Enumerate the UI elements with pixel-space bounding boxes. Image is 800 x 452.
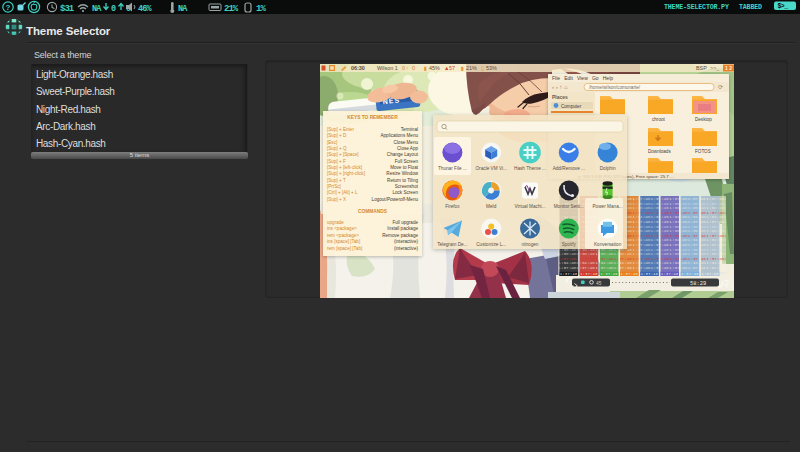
svg-text:1:37:48: 1:37:48	[600, 272, 617, 276]
svg-text:57: 57	[449, 65, 455, 71]
svg-text:/home/wilson/comunarte/: /home/wilson/comunarte/	[589, 85, 641, 90]
svg-text:Firefox: Firefox	[445, 204, 460, 209]
svg-text:▮: ▮	[424, 65, 427, 71]
svg-text:Dolphin: Dolphin	[600, 166, 616, 171]
svg-text:Wilson 1: Wilson 1	[377, 65, 398, 71]
svg-text:Meld: Meld	[486, 204, 497, 209]
svg-text:Power Mana...: Power Mana...	[592, 204, 622, 209]
svg-text:▯: ▯	[481, 65, 484, 71]
svg-text:1:37:48: 1:37:48	[701, 272, 718, 276]
svg-text:Downloads: Downloads	[648, 149, 671, 154]
svg-text:53%: 53%	[486, 65, 497, 71]
svg-text:21%: 21%	[224, 4, 239, 14]
svg-text:45%: 45%	[429, 65, 440, 71]
svg-text:Oracle VM Vi...: Oracle VM Vi...	[475, 166, 506, 171]
svg-text:1:37:48: 1:37:48	[681, 272, 698, 276]
svg-text:Desktop: Desktop	[695, 117, 712, 122]
svg-text:File Edit View Go Help: File Edit View Go Help	[552, 75, 613, 81]
svg-text:1 2: 1 2	[725, 65, 732, 71]
svg-text:THEME-SELECTOR.PY: THEME-SELECTOR.PY	[664, 4, 729, 11]
svg-text:1%: 1%	[256, 4, 266, 14]
svg-text:NA: NA	[178, 4, 188, 14]
svg-text:Hash Theme ...: Hash Theme ...	[514, 166, 546, 171]
svg-text:21%: 21%	[466, 65, 477, 71]
svg-text:Customize L...: Customize L...	[476, 242, 506, 247]
svg-text:nitrogen: nitrogen	[522, 242, 539, 247]
svg-text:Thunar File ...: Thunar File ...	[438, 166, 467, 171]
svg-text:▮: ▮	[461, 65, 464, 71]
svg-text:$31: $31	[60, 4, 75, 14]
svg-text:1:37:48: 1:37:48	[641, 272, 658, 276]
svg-text:46%: 46%	[138, 4, 153, 14]
svg-text:chroot: chroot	[652, 117, 665, 122]
svg-text:⟳: ⟳	[718, 84, 723, 90]
svg-text:0: 0	[402, 65, 405, 71]
svg-text:Add/Remove ...: Add/Remove ...	[553, 166, 585, 171]
svg-text:>>_: >>_	[710, 65, 720, 71]
svg-text:Monitor Setti...: Monitor Setti...	[554, 204, 584, 209]
svg-text:1:37:48: 1:37:48	[580, 272, 597, 276]
svg-text:NA: NA	[92, 4, 102, 14]
svg-text:Telegram De...: Telegram De...	[437, 242, 467, 247]
svg-text:$>_: $>_	[778, 3, 789, 10]
svg-text:0: 0	[412, 65, 415, 71]
svg-text:Konversation: Konversation	[594, 242, 622, 247]
svg-text:0: 0	[111, 4, 116, 14]
svg-text:BSP: BSP	[696, 65, 707, 71]
svg-text:Places: Places	[552, 94, 568, 100]
svg-text:↑: ↑	[406, 65, 409, 71]
svg-text:1:37:48: 1:37:48	[621, 272, 638, 276]
svg-text:Virtual Machi...: Virtual Machi...	[515, 204, 546, 209]
svg-text:Computer: Computer	[561, 104, 582, 109]
svg-text:06:30: 06:30	[351, 65, 365, 71]
svg-text:FOTOS: FOTOS	[695, 149, 711, 154]
svg-text:1:37:48: 1:37:48	[661, 272, 678, 276]
svg-text:?: ?	[6, 3, 11, 12]
svg-text:TABBED: TABBED	[739, 4, 762, 11]
svg-text:‹ › ↑ ⌂: ‹ › ↑ ⌂	[552, 84, 568, 90]
svg-text:1:37:48: 1:37:48	[560, 272, 577, 276]
svg-text:Spotify: Spotify	[562, 242, 577, 247]
